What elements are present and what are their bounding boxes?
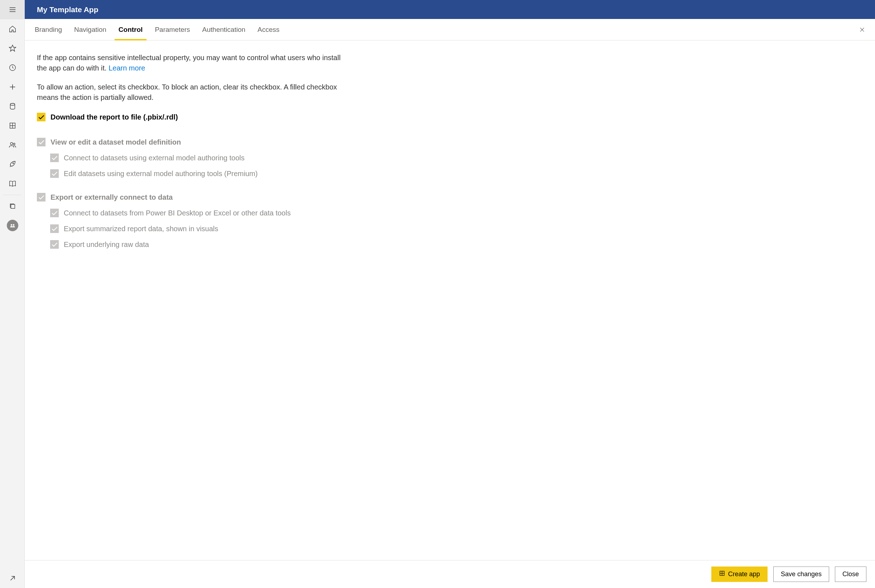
intro-text-2: To allow an action, select its checkbox.… bbox=[37, 82, 341, 103]
book-icon[interactable] bbox=[0, 174, 25, 193]
checkbox-export-child-1 bbox=[50, 224, 59, 233]
svg-point-16 bbox=[11, 224, 12, 226]
checkbox-export bbox=[37, 193, 45, 201]
grid-icon[interactable] bbox=[0, 116, 25, 135]
option-export-child-0-label: Connect to datasets from Power BI Deskto… bbox=[64, 208, 291, 217]
home-icon[interactable] bbox=[0, 20, 25, 39]
checkbox-view-model-child-0 bbox=[50, 153, 59, 162]
option-download: Download the report to file (.pbix/.rdl) bbox=[37, 113, 863, 122]
tab-access[interactable]: Access bbox=[251, 19, 286, 40]
intro-text-1: If the app contains sensitive intellectu… bbox=[37, 52, 341, 74]
option-export-child-0: Connect to datasets from Power BI Deskto… bbox=[50, 208, 863, 217]
copy-icon[interactable] bbox=[0, 196, 25, 216]
rocket-icon[interactable] bbox=[0, 154, 25, 174]
header-title: My Template App bbox=[37, 5, 99, 14]
learn-more-link[interactable]: Learn more bbox=[108, 64, 145, 72]
save-changes-button[interactable]: Save changes bbox=[773, 567, 829, 582]
grid-icon bbox=[719, 570, 725, 578]
svg-point-12 bbox=[13, 143, 15, 145]
checkbox-view-model-child-1 bbox=[50, 169, 59, 178]
checkbox-export-child-0 bbox=[50, 208, 59, 217]
tab-strip: Branding Navigation Control Parameters A… bbox=[25, 19, 875, 40]
tab-branding[interactable]: Branding bbox=[29, 19, 68, 40]
option-export-child-2-label: Export underlying raw data bbox=[64, 240, 149, 249]
footer-bar: Create app Save changes Close bbox=[25, 560, 875, 588]
tab-control[interactable]: Control bbox=[113, 19, 149, 40]
tab-parameters[interactable]: Parameters bbox=[149, 19, 196, 40]
option-view-model-child-1: Edit datasets using external model autho… bbox=[50, 169, 863, 178]
svg-marker-3 bbox=[9, 45, 15, 51]
divider bbox=[3, 195, 21, 195]
workspace-avatar-icon[interactable] bbox=[0, 216, 25, 235]
option-view-model-child-1-label: Edit datasets using external model autho… bbox=[64, 169, 257, 178]
create-app-button[interactable]: Create app bbox=[711, 567, 768, 582]
svg-point-11 bbox=[11, 142, 12, 145]
close-button[interactable]: Close bbox=[835, 567, 866, 582]
open-external-icon[interactable] bbox=[0, 568, 25, 588]
hamburger-icon[interactable] bbox=[0, 0, 25, 20]
clock-icon[interactable] bbox=[0, 58, 25, 77]
checkbox-export-child-2 bbox=[50, 240, 59, 249]
close-icon[interactable] bbox=[855, 22, 869, 37]
option-view-model: View or edit a dataset model definition bbox=[37, 138, 863, 146]
option-view-model-label: View or edit a dataset model definition bbox=[51, 138, 181, 146]
option-export: Export or externally connect to data bbox=[37, 193, 863, 201]
svg-line-18 bbox=[11, 576, 14, 580]
tab-navigation[interactable]: Navigation bbox=[68, 19, 113, 40]
content-pane: If the app contains sensitive intellectu… bbox=[25, 40, 875, 560]
checkbox-download[interactable] bbox=[37, 113, 45, 122]
header-bar: My Template App bbox=[25, 0, 875, 19]
main-area: My Template App Branding Navigation Cont… bbox=[25, 0, 875, 588]
svg-point-13 bbox=[12, 163, 14, 164]
option-export-child-2: Export underlying raw data bbox=[50, 240, 863, 249]
option-export-child-1-label: Export summarized report data, shown in … bbox=[64, 224, 218, 233]
svg-point-7 bbox=[10, 104, 15, 106]
left-nav bbox=[0, 0, 25, 588]
option-view-model-child-0: Connect to datasets using external model… bbox=[50, 153, 863, 162]
option-export-label: Export or externally connect to data bbox=[51, 193, 173, 201]
people-icon[interactable] bbox=[0, 135, 25, 154]
create-app-label: Create app bbox=[728, 570, 760, 578]
option-export-child-1: Export summarized report data, shown in … bbox=[50, 224, 863, 233]
svg-rect-15 bbox=[11, 204, 15, 208]
star-icon[interactable] bbox=[0, 39, 25, 58]
add-icon[interactable] bbox=[0, 77, 25, 97]
checkbox-view-model bbox=[37, 138, 45, 146]
tab-authentication[interactable]: Authentication bbox=[196, 19, 251, 40]
svg-point-17 bbox=[12, 224, 14, 226]
option-download-label: Download the report to file (.pbix/.rdl) bbox=[51, 113, 178, 122]
option-view-model-child-0-label: Connect to datasets using external model… bbox=[64, 153, 245, 162]
database-icon[interactable] bbox=[0, 97, 25, 116]
